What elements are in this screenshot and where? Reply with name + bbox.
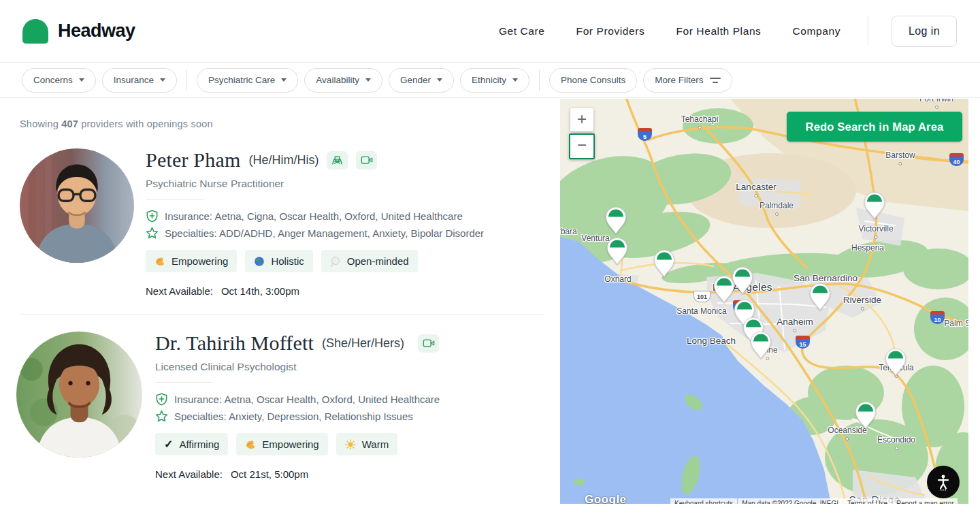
map-label-city: Riverside	[843, 295, 881, 310]
map-label-town: Santa Monica	[676, 306, 726, 316]
specialties-star-icon	[146, 227, 159, 240]
tag-label: Empowering	[262, 438, 318, 450]
next-available-label: Next Available:	[146, 285, 213, 297]
redo-search-button[interactable]: Redo Search in Map Area	[787, 112, 962, 142]
map-panel[interactable]: Tehachapi Fort Irwin Barstow Lancaster P…	[560, 99, 968, 504]
interstate-40-shield: 40	[949, 153, 964, 166]
filter-gender[interactable]: Gender	[389, 68, 454, 93]
map-label-city: Anaheim	[777, 317, 813, 332]
filter-psychiatric-care-label: Psychiatric Care	[208, 75, 275, 85]
insurance-row: Insurance: Aetna, Cigna, Oscar Health, O…	[146, 210, 484, 223]
map-label-town: Hesperia	[851, 243, 884, 253]
nav-for-health-plans[interactable]: For Health Plans	[676, 25, 761, 37]
accessibility-button[interactable]	[927, 466, 960, 498]
provider-name[interactable]: Peter Pham	[146, 148, 240, 172]
map-label-town: Barstow	[885, 150, 915, 165]
map-data-attribution: Map data ©2022 Google, INEGI	[738, 498, 843, 504]
filter-availability-label: Availability	[316, 75, 359, 85]
divider	[155, 382, 213, 383]
results-prefix: Showing	[20, 118, 61, 129]
specialties-label: Specialties:	[165, 227, 217, 239]
insurance-label: Insurance:	[174, 394, 222, 405]
filter-phone-consults-label: Phone Consults	[561, 75, 625, 85]
map-attribution: Keyboard shortcuts Map data ©2022 Google…	[670, 498, 968, 504]
filter-psychiatric-care[interactable]: Psychiatric Care	[197, 68, 298, 93]
chevron-down-icon	[79, 78, 84, 82]
map-pin[interactable]	[653, 249, 676, 278]
provider-pronouns: (He/Him/His)	[248, 153, 318, 167]
next-available-value: Oct 21st, 5:00pm	[231, 468, 308, 480]
terms-of-use-link[interactable]: Terms of Use	[843, 498, 892, 504]
muscle-emoji	[154, 256, 165, 267]
headway-logo[interactable]: Headway	[22, 19, 135, 44]
headway-logo-icon	[22, 19, 48, 44]
tag-affirming: ✓ Affirming	[155, 433, 228, 455]
login-button[interactable]: Log in	[892, 16, 957, 47]
map-zoom-control: + −	[570, 108, 595, 159]
sun-emoji	[345, 439, 356, 450]
map-pin[interactable]	[884, 348, 907, 376]
in-person-icon	[327, 151, 348, 170]
map-pin[interactable]	[808, 283, 832, 311]
map-pin[interactable]	[863, 191, 886, 220]
keyboard-shortcuts-link[interactable]: Keyboard shortcuts	[670, 498, 737, 504]
top-header: Headway Get Care For Providers For Healt…	[0, 0, 980, 63]
filter-availability[interactable]: Availability	[304, 68, 382, 93]
interstate-10-shield: 10	[930, 311, 945, 324]
map-pin[interactable]	[854, 401, 877, 430]
specialties-row: Specialties: ADD/ADHD, Anger Management,…	[146, 227, 484, 240]
map-label-town: Palm Springs	[944, 319, 968, 328]
insurance-shield-icon	[155, 393, 168, 406]
nav-for-providers[interactable]: For Providers	[576, 25, 645, 37]
insurance-list: Aetna, Cigna, Oscar Health, Oxford, Unit…	[214, 210, 462, 222]
map-label-city: Long Beach	[687, 336, 736, 346]
filter-group-divider	[186, 70, 187, 91]
map-label-town: Tehachapi	[681, 114, 719, 129]
tag-holistic: Holistic	[245, 250, 312, 272]
tag-label: Holistic	[271, 255, 304, 267]
map-label-town: Palmdale	[760, 201, 794, 216]
zoom-out-button[interactable]: −	[569, 133, 595, 159]
provider-card[interactable]: Peter Pham (He/Him/His) Psychiatric Nurs…	[20, 148, 544, 297]
provider-name[interactable]: Dr. Tahirih Moffett	[155, 332, 314, 355]
muscle-emoji	[245, 439, 256, 450]
map-label-town: Fort Irwin	[919, 99, 953, 109]
provider-list: Showing 407 providers with openings soon	[0, 98, 558, 529]
next-available-label: Next Available:	[155, 468, 223, 480]
filter-ethnicity[interactable]: Ethnicity	[460, 68, 529, 93]
nav-get-care[interactable]: Get Care	[499, 25, 545, 37]
tag-label: Empowering	[172, 255, 228, 267]
nav-company[interactable]: Company	[792, 25, 840, 37]
brand-name: Headway	[58, 20, 135, 42]
map-pin[interactable]	[606, 237, 629, 266]
map-pin[interactable]	[731, 266, 754, 295]
specialties-row: Specialties: Anxiety, Depression, Relati…	[155, 410, 440, 423]
chevron-down-icon	[437, 78, 442, 82]
report-map-error-link[interactable]: Report a map error	[892, 498, 958, 504]
map-pin[interactable]	[604, 206, 627, 235]
results-suffix: providers with openings soon	[78, 118, 213, 129]
tag-label: Affirming	[179, 438, 219, 450]
results-count-line: Showing 407 providers with openings soon	[20, 118, 544, 129]
filter-lines-icon	[710, 78, 721, 83]
filter-concerns-label: Concerns	[33, 75, 73, 85]
filter-more-filters[interactable]: More Filters	[643, 68, 732, 93]
specialties-label: Specialties:	[174, 411, 227, 422]
filter-phone-consults[interactable]: Phone Consults	[549, 68, 637, 93]
zoom-in-button[interactable]: +	[570, 108, 593, 131]
next-available-row: Next Available: Oct 21st, 5:00pm	[155, 468, 440, 480]
filter-ethnicity-label: Ethnicity	[472, 75, 506, 85]
tag-empowering: Empowering	[146, 250, 237, 272]
avatar[interactable]	[16, 332, 142, 458]
filter-concerns[interactable]: Concerns	[22, 68, 96, 93]
card-divider	[20, 314, 544, 315]
filter-insurance[interactable]: Insurance	[102, 68, 177, 93]
provider-card[interactable]: Dr. Tahirih Moffett (She/Her/Hers) Licen…	[16, 332, 544, 480]
map-pin[interactable]	[749, 331, 772, 359]
next-available-value: Oct 14th, 3:00pm	[221, 285, 299, 297]
map-label-town: Escondido	[877, 435, 915, 450]
video-icon	[418, 334, 439, 353]
avatar[interactable]	[20, 148, 134, 263]
map-label-city: Lancaster	[736, 182, 776, 197]
chevron-down-icon	[160, 78, 165, 82]
